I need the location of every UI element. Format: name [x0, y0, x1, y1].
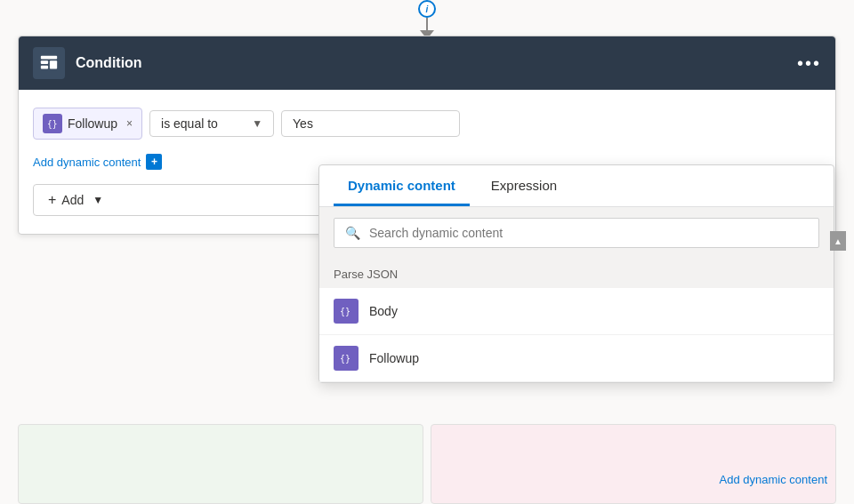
connector-circle: i [418, 0, 436, 18]
branch-areas [18, 424, 836, 504]
branch-no [431, 424, 836, 504]
panel-tabs: Dynamic content Expression [319, 165, 834, 207]
condition-more-button[interactable]: ••• [797, 53, 821, 74]
svg-rect-1 [41, 60, 48, 64]
connector-line-down [426, 18, 428, 30]
token-icon-svg: {} [46, 117, 59, 130]
svg-rect-0 [41, 56, 57, 60]
canvas-add-label: Add dynamic content [720, 473, 827, 486]
svg-text:{}: {} [340, 307, 350, 316]
svg-text:{}: {} [340, 354, 350, 364]
chevron-down-icon: ▼ [252, 117, 262, 130]
scroll-up-button[interactable]: ▲ [830, 231, 846, 251]
condition-header: Condition ••• [19, 36, 835, 90]
list-item[interactable]: {} Followup [319, 335, 834, 382]
condition-row: {} Followup × is equal to ▼ [33, 108, 821, 140]
add-dynamic-label: Add dynamic content [33, 156, 141, 169]
followup-item-label: Followup [369, 351, 419, 365]
plus-icon: + [48, 192, 56, 208]
panel-content: Parse JSON {} Body {} Followup [319, 259, 834, 382]
search-box: 🔍 [334, 218, 819, 248]
condition-icon-svg [39, 53, 59, 73]
followup-token[interactable]: {} Followup × [33, 108, 142, 140]
followup-icon-svg: {} [339, 351, 353, 365]
canvas-add-button[interactable]: Add dynamic content [720, 473, 827, 486]
panel-search-area: 🔍 [319, 207, 834, 259]
followup-item-icon: {} [334, 346, 359, 371]
parse-json-section-header: Parse JSON [319, 259, 834, 288]
search-icon: 🔍 [345, 226, 360, 240]
flow-canvas: i Condition ••• [0, 0, 854, 504]
add-button-label: Add [61, 193, 84, 207]
connector-icon: i [426, 4, 429, 14]
condition-icon-box [33, 47, 65, 79]
tab-dynamic-content[interactable]: Dynamic content [334, 165, 470, 206]
add-chevron-icon: ▼ [93, 194, 103, 206]
token-label: Followup [68, 116, 117, 131]
body-item-icon: {} [334, 299, 359, 324]
svg-rect-3 [50, 60, 57, 68]
body-icon-svg: {} [339, 304, 353, 318]
token-close-button[interactable]: × [126, 117, 133, 130]
tab-expression[interactable]: Expression [477, 165, 571, 206]
condition-header-left: Condition [33, 47, 142, 79]
svg-rect-2 [41, 66, 48, 69]
scroll-up-icon: ▲ [834, 236, 842, 246]
add-dynamic-icon: + [146, 154, 162, 170]
list-item[interactable]: {} Body [319, 288, 834, 335]
dynamic-search-input[interactable] [369, 226, 808, 240]
body-item-label: Body [369, 304, 398, 318]
value-input[interactable] [281, 110, 460, 137]
operator-dropdown[interactable]: is equal to ▼ [149, 110, 274, 137]
condition-title: Condition [76, 55, 142, 71]
operator-value: is equal to [161, 116, 218, 131]
dynamic-content-panel: Dynamic content Expression 🔍 Parse JSON … [318, 164, 834, 383]
connector-top: i [418, 0, 436, 39]
branch-yes [18, 424, 423, 504]
token-icon: {} [43, 114, 62, 133]
svg-text:{}: {} [47, 119, 58, 129]
